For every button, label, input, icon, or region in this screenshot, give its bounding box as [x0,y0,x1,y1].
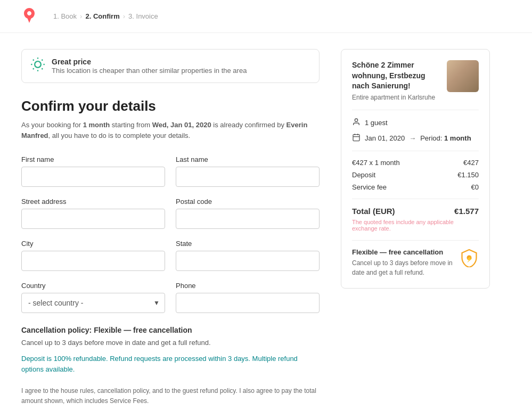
price-banner-title: Great price [52,57,247,66]
first-name-input[interactable] [21,167,165,187]
property-info: Schöne 2 Zimmer wohnung, Erstbezug nach … [352,60,479,101]
city-state-row: City State [21,240,320,271]
person-icon [352,118,361,128]
divider-1 [352,110,479,110]
total-value: €1.577 [454,207,479,216]
breadcrumb-step2: 2. Confirm [85,12,119,20]
svg-point-0 [35,61,41,68]
flexible-title: Flexible — free cancellation [352,248,453,256]
postal-group: Postal code [176,198,320,229]
svg-text:⚡: ⚡ [466,256,473,262]
page-title: Confirm your details [21,98,320,114]
price-row-0: €427 x 1 month €427 [352,159,479,167]
address-row: Street address Postal code [21,198,320,229]
svg-line-7 [33,68,34,69]
country-select-wrapper: - select country - ▼ [21,293,165,313]
price-total: Total (EUR) €1.577 [352,207,479,216]
form-subtitle: As your booking for 1 month starting fro… [21,120,320,141]
header: 1. Book › 2. Confirm › 3. Invoice [0,0,532,33]
price-breakdown: €427 x 1 month €427 Deposit €1.150 Servi… [352,159,479,191]
street-label: Street address [21,198,165,206]
breadcrumb-sep1: › [80,12,82,20]
last-name-group: Last name [176,155,320,187]
subtitle-is: is already confirmed by [211,121,287,129]
svg-line-3 [33,60,34,61]
property-image-bg [447,60,479,92]
calendar-icon [352,133,361,143]
lightbulb-icon [30,57,45,75]
breadcrumb-sep2: › [123,12,125,20]
state-group: State [176,240,320,271]
price-value-1: €1.150 [457,171,479,179]
price-label-1: Deposit [352,171,375,179]
svg-rect-10 [353,134,359,141]
postal-input[interactable] [176,209,320,229]
booking-card: Schöne 2 Zimmer wohnung, Erstbezug nach … [341,49,490,289]
city-group: City [21,240,165,271]
guest-count: 1 guest [365,119,388,127]
price-label-0: €427 x 1 month [352,159,400,167]
city-input[interactable] [21,251,165,271]
cancellation-policy: Cancellation policy: Flexible — free can… [21,326,320,375]
price-banner-desc: This location is cheaper than other simi… [52,67,247,75]
state-label: State [176,240,320,248]
last-name-input[interactable] [176,167,320,187]
country-group: Country - select country - ▼ [21,282,165,313]
guest-info: 1 guest [352,118,479,128]
check-in-date: Jan 01, 2020 [365,134,405,142]
price-banner-text: Great price This location is cheaper tha… [52,57,247,75]
subtitle-pre: As your booking for [21,121,83,129]
left-panel: Great price This location is cheaper tha… [21,49,320,411]
state-input[interactable] [176,251,320,271]
booking-duration: 1 month [83,121,110,129]
property-details: Schöne 2 Zimmer wohnung, Erstbezug nach … [352,60,447,101]
svg-point-9 [355,119,357,121]
period-label: Period: 1 month [420,134,471,142]
right-panel: Schöne 2 Zimmer wohnung, Erstbezug nach … [341,49,490,411]
property-type: Entire apartment in Karlsruhe [352,94,440,101]
cancellation-deposit: Deposit is 100% refundable. Refund reque… [21,354,320,376]
subtitle-post: , all you have to do is to complete your… [48,131,191,139]
airbnb-logo[interactable] [21,7,37,25]
breadcrumb-step3: 3. Invoice [128,12,158,20]
last-name-label: Last name [176,155,320,163]
street-group: Street address [21,198,165,229]
flexible-section: Flexible — free cancellation Cancel up t… [352,240,479,277]
first-name-group: First name [21,155,165,187]
divider-2 [352,151,479,151]
street-input[interactable] [21,209,165,229]
price-banner: Great price This location is cheaper tha… [21,49,320,83]
cancellation-title: Cancellation policy: Flexible — free can… [21,326,320,334]
name-row: First name Last name [21,155,320,187]
city-label: City [21,240,165,248]
breadcrumb-step1[interactable]: 1. Book [53,12,77,20]
booking-start: Wed, Jan 01, 2020 [152,121,211,129]
country-phone-row: Country - select country - ▼ Phone [21,282,320,313]
price-row-2: Service fee €0 [352,183,479,191]
flexible-text: Flexible — free cancellation Cancel up t… [352,248,453,277]
phone-label: Phone [176,282,320,290]
country-select[interactable]: - select country - [21,293,165,313]
price-label-2: Service fee [352,183,387,191]
main-content: Great price This location is cheaper tha… [0,33,532,411]
country-label: Country [21,282,165,290]
price-value-0: €427 [463,159,479,167]
date-arrow: → [409,134,416,142]
cancellation-desc: Cancel up to 3 days before move in date … [21,338,320,348]
divider-3 [352,199,479,199]
flexible-desc: Cancel up to 3 days before move in date … [352,259,453,276]
price-value-2: €0 [471,183,479,191]
total-label: Total (EUR) [352,207,395,216]
svg-line-4 [42,68,43,69]
phone-input[interactable] [176,293,320,313]
price-note: The quoted fees include any applicable e… [352,219,479,232]
shield-icon: ⚡ [460,248,479,271]
property-image [447,60,479,92]
property-name: Schöne 2 Zimmer wohnung, Erstbezug nach … [352,60,440,92]
subtitle-mid: starting from [110,121,152,129]
price-row-1: Deposit €1.150 [352,171,479,179]
phone-group: Phone [176,282,320,313]
first-name-label: First name [21,155,165,163]
breadcrumb: 1. Book › 2. Confirm › 3. Invoice [53,12,158,20]
agreement-text: I agree to the house rules, cancellation… [21,386,320,406]
